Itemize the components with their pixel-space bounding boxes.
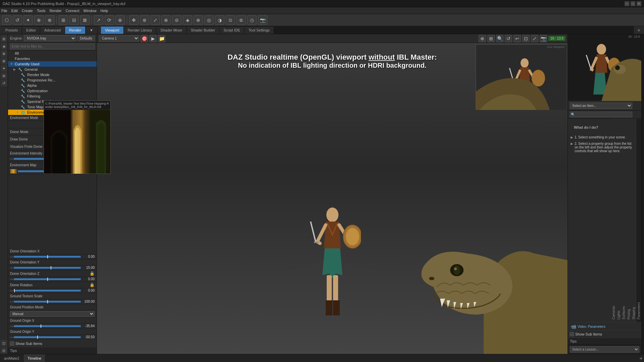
tab-render[interactable]: Render — [65, 26, 86, 34]
iconbar-btn-bottom-2[interactable]: ⊟ — [1, 347, 7, 354]
param-tab-posing[interactable]: Posing — [626, 119, 631, 322]
viewport-btn-nav5[interactable]: ↩ — [514, 35, 521, 42]
param-tab-cameras[interactable]: Cameras — [611, 119, 616, 322]
subtab-viewport[interactable]: Viewport — [101, 26, 124, 34]
tab-panel-toggle[interactable]: ≡ — [634, 26, 644, 34]
dome-orient-y-slider[interactable] — [14, 267, 81, 269]
tree-item-favorites[interactable]: Favorites — [8, 56, 97, 61]
toolbar-btn-8[interactable]: ⊠ — [80, 15, 90, 25]
toolbar-btn-17[interactable]: ◈ — [183, 15, 192, 25]
iconbar-btn-6[interactable]: ⊛ — [1, 72, 7, 79]
tree-item-general[interactable]: ▶ 🔧 General — [8, 67, 97, 72]
show-sub-checkbox[interactable]: ✓ — [10, 342, 14, 346]
toolbar-btn-22[interactable]: ⊚ — [236, 15, 246, 25]
iconbar-btn-7[interactable]: ↺ — [1, 80, 7, 86]
minimize-button[interactable]: ─ — [625, 1, 629, 6]
tree-item-progressive[interactable]: 🔧 Progressive Re... — [8, 77, 97, 83]
select-item-dropdown[interactable]: Select an Item... — [570, 103, 632, 109]
subtab-render-library[interactable]: Render Library — [124, 26, 157, 34]
menu-window[interactable]: Window — [83, 9, 96, 13]
toolbar-btn-13[interactable]: ⊛ — [140, 15, 149, 25]
viewport-btn-nav2[interactable]: ⊞ — [487, 35, 495, 42]
iconbar-btn-5[interactable]: ✦ — [1, 65, 7, 72]
dome-rotation-slider[interactable] — [14, 290, 81, 292]
toolbar-btn-3[interactable]: ✦ — [23, 15, 33, 25]
subtab-script-ide[interactable]: Script IDE — [220, 26, 245, 34]
bottom-right-btn[interactable]: ◀ — [637, 354, 644, 362]
ground-texture-scale-slider[interactable] — [14, 301, 81, 303]
tab-presets[interactable]: Presets — [1, 26, 22, 34]
iconbar-btn-1[interactable]: ⊞ — [1, 36, 7, 42]
param-tab-lights[interactable]: Lights — [616, 119, 621, 322]
iconbar-btn-2[interactable]: ◈ — [1, 43, 7, 50]
toolbar-btn-21[interactable]: ⊙ — [226, 15, 235, 25]
right-tips-label[interactable]: Tips — [570, 339, 577, 343]
menu-file[interactable]: File — [1, 9, 7, 13]
menu-tools[interactable]: Tools — [37, 9, 46, 13]
menu-render[interactable]: Render — [49, 9, 61, 13]
toolbar-btn-20[interactable]: ◑ — [215, 15, 224, 25]
toolbar-btn-18[interactable]: ⊗ — [194, 15, 203, 25]
engine-select[interactable]: NVIDIA Iray — [24, 35, 76, 41]
right-search-input[interactable] — [570, 112, 632, 117]
ground-origin-y-slider[interactable] — [14, 336, 81, 338]
subtab-shader-mixer[interactable]: Shader Mixer — [156, 26, 186, 34]
tree-item-filtering[interactable]: 🔧 Filtering — [8, 94, 97, 99]
iconbar-btn-4[interactable]: ⊕ — [1, 58, 7, 64]
subtab-shader-builder[interactable]: Shader Builder — [187, 26, 220, 34]
toolbar-btn-11[interactable]: ⊕ — [115, 15, 125, 25]
toolbar-btn-16[interactable]: ⊘ — [172, 15, 181, 25]
defaults-button[interactable]: Defaults — [77, 36, 95, 41]
menu-help[interactable]: Help — [101, 9, 108, 13]
toolbar-btn-14[interactable]: ⤢ — [151, 15, 160, 25]
bottom-tab-animate2[interactable]: aniMate2 — [0, 354, 23, 362]
tips-label[interactable]: Tips — [10, 349, 17, 353]
tree-item-render-mode[interactable]: 🔧 Render Mode — [8, 72, 97, 77]
toolbar-btn-7[interactable]: ⊟ — [69, 15, 79, 25]
ground-position-mode-select[interactable]: Manual — [10, 311, 95, 317]
ground-origin-x-slider[interactable] — [14, 325, 81, 327]
viewport-btn-nav7[interactable]: ⤢ — [531, 35, 538, 42]
toolbar-btn-15[interactable]: ⊕ — [161, 15, 171, 25]
toolbar-btn-2[interactable]: ↺ — [13, 15, 22, 25]
toolbar-btn-1[interactable]: ⬡ — [2, 15, 11, 25]
viewport-btn-nav6[interactable]: ⊡ — [522, 35, 530, 42]
tab-editor[interactable]: Editor — [22, 26, 40, 34]
aux-viewport[interactable]: Aux Viewport — [476, 44, 566, 110]
right-show-sub-checkbox[interactable]: ✓ — [570, 332, 574, 336]
viewport-btn-nav8[interactable]: 📷 — [540, 35, 547, 42]
menu-edit[interactable]: Edit — [11, 9, 18, 13]
menu-create[interactable]: Create — [22, 9, 33, 13]
param-tab-surfaces[interactable]: Surfaces — [621, 119, 626, 322]
tree-item-currently-used[interactable]: ▼ Currently Used — [8, 61, 97, 67]
menu-connect[interactable]: Connect — [66, 9, 79, 13]
viewport-btn-nav1[interactable]: ⊕ — [479, 35, 486, 42]
bottom-tab-timeline[interactable]: Timeline — [23, 354, 46, 362]
viewport-btn-2[interactable]: ▶ — [149, 35, 157, 42]
search-input[interactable] — [10, 44, 95, 49]
iconbar-btn-3[interactable]: ⊗ — [1, 50, 7, 57]
tree-item-optimization[interactable]: 🔧 Optimization — [8, 88, 97, 94]
toolbar-btn-9[interactable]: ↗ — [94, 15, 103, 25]
toolbar-btn-6[interactable]: ⊞ — [59, 15, 68, 25]
camera-select[interactable]: Camera 1 — [99, 35, 139, 42]
window-controls[interactable]: ─ □ ✕ — [625, 1, 641, 6]
toolbar-btn-12[interactable]: ✥ — [129, 15, 139, 25]
select-lesson-dropdown[interactable]: Select a Lesson... — [570, 346, 639, 353]
toolbar-btn-5[interactable]: ⊗ — [45, 15, 54, 25]
tab-advanced[interactable]: Advanced — [40, 26, 65, 34]
toolbar-btn-10[interactable]: ⟳ — [105, 15, 114, 25]
viewport-btn-nav3[interactable]: 🔍 — [496, 35, 503, 42]
toolbar-btn-24[interactable]: 📷 — [258, 15, 267, 25]
tree-item-all[interactable]: All — [8, 51, 97, 56]
viewport-btn-nav4[interactable]: ↺ — [505, 35, 512, 42]
tree-item-alpha[interactable]: 🔧 Alpha — [8, 83, 97, 88]
param-tab-shaping[interactable]: Shaping — [631, 119, 636, 322]
video-label[interactable]: Video: Parameters — [578, 325, 605, 328]
toolbar-btn-4[interactable]: ⊕ — [34, 15, 44, 25]
viewport-btn-3[interactable]: 📁 — [158, 35, 165, 42]
subtab-tool-settings[interactable]: Tool Settings — [245, 26, 274, 34]
close-button[interactable]: ✕ — [637, 1, 641, 6]
viewport-content[interactable]: DAZ Studio realtime (OpenGL) viewport wi… — [97, 43, 568, 354]
dome-orient-z-slider[interactable] — [14, 278, 81, 280]
